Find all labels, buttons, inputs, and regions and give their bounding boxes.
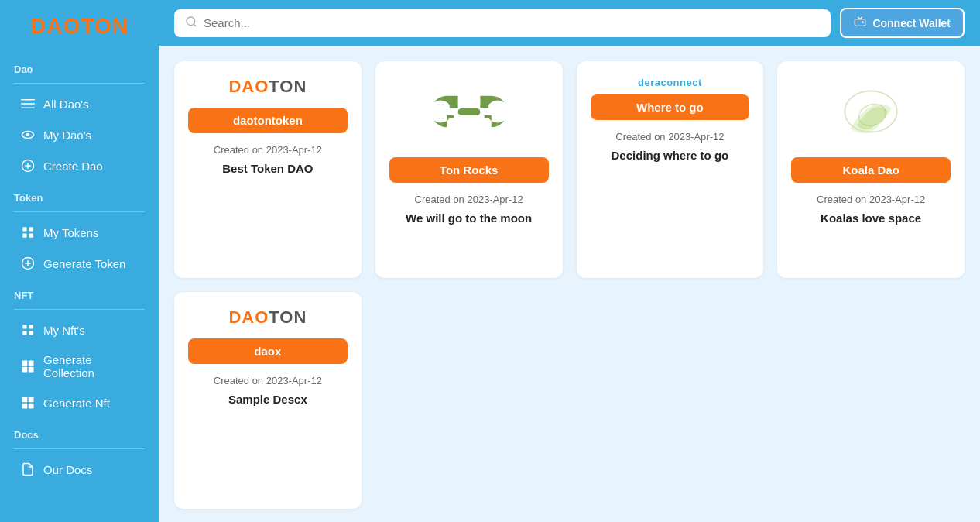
grid-4-icon	[20, 359, 36, 374]
svg-rect-25	[22, 404, 28, 409]
svg-point-4	[26, 133, 30, 137]
search-icon	[185, 15, 197, 31]
svg-rect-18	[29, 331, 33, 335]
logo-dao: DAO	[30, 14, 81, 38]
card-date: Created on 2023-Apr-12	[214, 375, 322, 386]
sidebar-item-generate-collection[interactable]: Generate Collection	[6, 346, 152, 386]
sidebar-item-label: Generate Collection	[43, 353, 139, 379]
card-badge: daotontoken	[188, 108, 348, 133]
sidebar-item-my-daos[interactable]: My Dao's	[6, 120, 152, 149]
cards-content: DAOTON daotontoken Created on 2023-Apr-1…	[159, 46, 980, 522]
svg-rect-23	[22, 397, 28, 403]
svg-rect-24	[29, 397, 34, 403]
sidebar-item-label: My Tokens	[43, 226, 98, 239]
svg-rect-20	[29, 361, 34, 366]
card-date: Created on 2023-Apr-12	[615, 131, 724, 143]
card-desc: Best Token DAO	[222, 162, 313, 175]
grid-4-icon-2	[20, 395, 36, 410]
card-date: Created on 2023-Apr-12	[214, 144, 322, 156]
sidebar-item-our-docs[interactable]: Our Docs	[6, 455, 152, 484]
svg-rect-17	[22, 331, 26, 335]
svg-point-27	[187, 17, 195, 26]
search-input[interactable]	[204, 16, 820, 29]
section-label-nft: NFT	[0, 279, 159, 304]
section-label-token: Token	[0, 181, 159, 207]
deraconnect-label: deraconnect	[638, 77, 702, 88]
sidebar-item-label: Generate Nft	[43, 397, 110, 410]
sidebar-item-label: Generate Token	[43, 257, 125, 270]
sidebar-item-generate-token[interactable]: Generate Token	[6, 249, 152, 278]
card-date: Created on 2023-Apr-12	[817, 194, 925, 205]
sidebar-item-create-dao[interactable]: Create Dao	[6, 151, 152, 180]
app-logo: DAOTON	[0, 0, 159, 53]
card-wheretogo[interactable]: deraconnect Where to go Created on 2023-…	[577, 61, 764, 278]
sidebar-item-generate-nft[interactable]: Generate Nft	[6, 388, 152, 417]
card-logo-ton: TON	[269, 77, 307, 96]
sidebar-item-label: Create Dao	[43, 160, 103, 173]
grid-icon	[20, 225, 36, 240]
svg-rect-26	[29, 404, 34, 409]
svg-rect-22	[29, 367, 34, 373]
divider-token	[14, 211, 145, 212]
connect-wallet-button[interactable]: Connect Wallet	[840, 8, 965, 38]
section-label-docs: Docs	[0, 418, 159, 444]
card-daox[interactable]: DAOTON daox Created on 2023-Apr-12 Sampl…	[174, 292, 362, 509]
divider-nft	[14, 309, 145, 310]
card-desc: Koalas love space	[821, 211, 921, 225]
sidebar-item-all-daos[interactable]: All Dao's	[6, 89, 152, 118]
divider-dao	[14, 83, 145, 84]
sidebar-item-my-nfts[interactable]: My Nft's	[6, 315, 152, 345]
sidebar-item-my-tokens[interactable]: My Tokens	[6, 218, 152, 247]
header: Connect Wallet	[159, 0, 980, 46]
svg-rect-19	[22, 361, 28, 366]
card-tonrocks[interactable]: Ton Rocks Created on 2023-Apr-12 We will…	[375, 61, 563, 278]
card-logo-ton: TON	[269, 307, 307, 327]
card-date: Created on 2023-Apr-12	[415, 194, 523, 205]
divider-docs	[14, 448, 145, 449]
card-logo: DAOTON	[228, 77, 307, 97]
connect-wallet-label: Connect Wallet	[872, 17, 951, 29]
sidebar-item-label: My Dao's	[43, 129, 91, 142]
svg-rect-8	[22, 227, 26, 231]
plus-circle-icon-2	[20, 256, 36, 271]
card-koala[interactable]: Koala Dao Created on 2023-Apr-12 Koalas …	[777, 61, 965, 278]
sidebar: DAOTON Dao All Dao's My Dao's Create Dao…	[0, 0, 159, 522]
svg-point-29	[862, 22, 863, 22]
svg-rect-0	[21, 99, 35, 101]
svg-rect-1	[21, 103, 35, 105]
cards-grid: DAOTON daotontoken Created on 2023-Apr-1…	[174, 61, 965, 509]
svg-rect-9	[29, 227, 33, 231]
svg-rect-15	[22, 325, 26, 328]
svg-rect-30	[457, 108, 480, 115]
card-badge: Where to go	[591, 94, 750, 120]
plus-circle-icon	[20, 158, 36, 173]
main-content: Connect Wallet DAOTON daotontoken Create…	[159, 0, 980, 522]
eye-icon	[20, 127, 36, 143]
sidebar-item-label: My Nft's	[43, 324, 85, 337]
svg-line-28	[194, 24, 196, 26]
search-bar	[174, 9, 831, 37]
card-desc: We will go to the moon	[406, 211, 532, 225]
sidebar-item-label: All Dao's	[43, 98, 89, 111]
card-logo-dao: DAO	[228, 77, 269, 96]
svg-rect-21	[22, 367, 28, 373]
svg-rect-10	[22, 234, 26, 238]
card-logo: DAOTON	[228, 307, 307, 328]
wallet-icon	[854, 15, 866, 30]
menu-icon	[20, 96, 36, 112]
doc-icon	[20, 462, 36, 477]
svg-rect-11	[29, 234, 33, 238]
card-desc: Deciding where to go	[612, 149, 729, 162]
section-label-dao: Dao	[0, 53, 159, 78]
card-logo-dao: DAO	[228, 307, 269, 327]
card-badge: daox	[188, 338, 348, 364]
sidebar-item-label: Our Docs	[43, 463, 92, 476]
svg-rect-16	[29, 325, 33, 328]
svg-rect-2	[21, 108, 35, 109]
logo-ton: TON	[81, 14, 128, 38]
card-image-go	[389, 77, 549, 146]
card-daoton[interactable]: DAOTON daotontoken Created on 2023-Apr-1…	[174, 61, 362, 278]
card-desc: Sample Descx	[228, 393, 307, 406]
card-badge: Koala Dao	[791, 157, 951, 183]
card-badge: Ton Rocks	[389, 157, 549, 183]
